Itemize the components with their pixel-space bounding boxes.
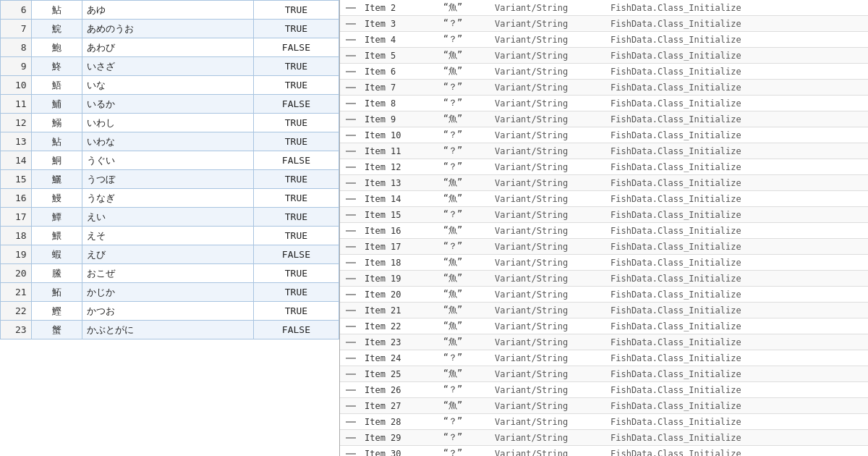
- item-value: “魚”: [417, 191, 489, 207]
- table-row: 8 鮑 あわび FALSE: [1, 38, 339, 57]
- table-row: Item 7 “？” Variant/String FishData.Class…: [340, 80, 868, 96]
- kanji-cell: 鮑: [31, 38, 82, 57]
- item-value: “魚”: [417, 271, 489, 287]
- dash-cell: [340, 318, 359, 334]
- item-name: Item 4: [359, 32, 417, 48]
- item-source: FishData.Class_Initialize: [605, 271, 868, 287]
- item-name: Item 15: [359, 207, 417, 223]
- item-name: Item 25: [359, 366, 417, 382]
- table-row: Item 28 “？” Variant/String FishData.Clas…: [340, 414, 868, 430]
- kana-cell: あめのうお: [82, 20, 253, 38]
- dash-cell: [340, 446, 359, 457]
- bool-cell: TRUE: [253, 132, 339, 151]
- item-value: “？”: [417, 16, 489, 32]
- item-name: Item 30: [359, 446, 417, 457]
- table-row: 17 鱏 えい TRUE: [1, 208, 339, 227]
- item-value: “？”: [417, 430, 489, 446]
- item-name: Item 17: [359, 239, 417, 255]
- bool-cell: FALSE: [253, 321, 339, 339]
- kana-cell: えそ: [82, 227, 253, 245]
- item-source: FishData.Class_Initialize: [605, 159, 868, 175]
- item-source: FishData.Class_Initialize: [605, 430, 868, 446]
- table-row: Item 17 “？” Variant/String FishData.Clas…: [340, 239, 868, 255]
- item-name: Item 23: [359, 334, 417, 350]
- dash-cell: [340, 32, 359, 48]
- kana-cell: かつお: [82, 302, 253, 321]
- kanji-cell: 鮎: [31, 1, 82, 20]
- item-name: Item 13: [359, 175, 417, 191]
- kanji-cell: 鱺: [31, 170, 82, 189]
- row-number: 19: [1, 245, 32, 264]
- item-type: Variant/String: [489, 318, 605, 334]
- item-name: Item 27: [359, 398, 417, 414]
- item-value: “魚”: [417, 303, 489, 318]
- row-number: 16: [1, 189, 32, 208]
- dash-cell: [340, 334, 359, 350]
- dash-cell: [340, 0, 359, 16]
- item-type: Variant/String: [489, 32, 605, 48]
- kanji-cell: 鰻: [31, 189, 82, 208]
- item-source: FishData.Class_Initialize: [605, 127, 868, 143]
- item-source: FishData.Class_Initialize: [605, 96, 868, 111]
- item-value: “魚”: [417, 111, 489, 127]
- item-value: “魚”: [417, 223, 489, 239]
- dash-cell: [340, 175, 359, 191]
- item-type: Variant/String: [489, 382, 605, 398]
- kanji-cell: 鯇: [31, 20, 82, 38]
- item-name: Item 19: [359, 271, 417, 287]
- kana-cell: あゆ: [82, 1, 253, 20]
- kanji-cell: 蝦: [31, 245, 82, 264]
- kanji-cell: 鮦: [31, 151, 82, 170]
- kanji-cell: 鯃: [31, 76, 82, 95]
- item-value: “魚”: [417, 48, 489, 64]
- table-row: 12 鰯 いわし TRUE: [1, 114, 339, 132]
- row-number: 8: [1, 38, 32, 57]
- table-row: Item 14 “魚” Variant/String FishData.Clas…: [340, 191, 868, 207]
- item-source: FishData.Class_Initialize: [605, 414, 868, 430]
- dash-cell: [340, 398, 359, 414]
- kana-cell: かじか: [82, 283, 253, 302]
- bool-cell: TRUE: [253, 1, 339, 20]
- item-name: Item 29: [359, 430, 417, 446]
- table-row: 7 鯇 あめのうお TRUE: [1, 20, 339, 38]
- table-row: Item 21 “魚” Variant/String FishData.Clas…: [340, 303, 868, 318]
- item-value: “魚”: [417, 334, 489, 350]
- item-value: “？”: [417, 207, 489, 223]
- table-row: 14 鮦 うぐい FALSE: [1, 151, 339, 170]
- item-value: “？”: [417, 32, 489, 48]
- table-row: Item 19 “魚” Variant/String FishData.Clas…: [340, 271, 868, 287]
- item-value: “魚”: [417, 255, 489, 271]
- item-value: “魚”: [417, 366, 489, 382]
- kana-cell: えい: [82, 208, 253, 227]
- table-row: Item 2 “魚” Variant/String FishData.Class…: [340, 0, 868, 16]
- item-source: FishData.Class_Initialize: [605, 446, 868, 457]
- table-row: 18 鰃 えそ TRUE: [1, 227, 339, 245]
- row-number: 10: [1, 76, 32, 95]
- item-source: FishData.Class_Initialize: [605, 223, 868, 239]
- bool-cell: TRUE: [253, 170, 339, 189]
- item-type: Variant/String: [489, 159, 605, 175]
- bool-cell: TRUE: [253, 57, 339, 76]
- item-source: FishData.Class_Initialize: [605, 191, 868, 207]
- bool-cell: FALSE: [253, 38, 339, 57]
- table-row: Item 10 “？” Variant/String FishData.Clas…: [340, 127, 868, 143]
- item-type: Variant/String: [489, 303, 605, 318]
- table-row: 16 鰻 うなぎ TRUE: [1, 189, 339, 208]
- item-value: “？”: [417, 96, 489, 111]
- kana-cell: いわな: [82, 132, 253, 151]
- row-number: 14: [1, 151, 32, 170]
- item-source: FishData.Class_Initialize: [605, 16, 868, 32]
- bool-cell: TRUE: [253, 283, 339, 302]
- item-type: Variant/String: [489, 0, 605, 16]
- kanji-cell: 鰹: [31, 302, 82, 321]
- item-source: FishData.Class_Initialize: [605, 111, 868, 127]
- kana-cell: かぶとがに: [82, 321, 253, 339]
- item-source: FishData.Class_Initialize: [605, 80, 868, 96]
- row-number: 15: [1, 170, 32, 189]
- item-source: FishData.Class_Initialize: [605, 303, 868, 318]
- bool-cell: TRUE: [253, 264, 339, 283]
- dash-cell: [340, 382, 359, 398]
- item-type: Variant/String: [489, 80, 605, 96]
- row-number: 12: [1, 114, 32, 132]
- table-row: 13 鮎 いわな TRUE: [1, 132, 339, 151]
